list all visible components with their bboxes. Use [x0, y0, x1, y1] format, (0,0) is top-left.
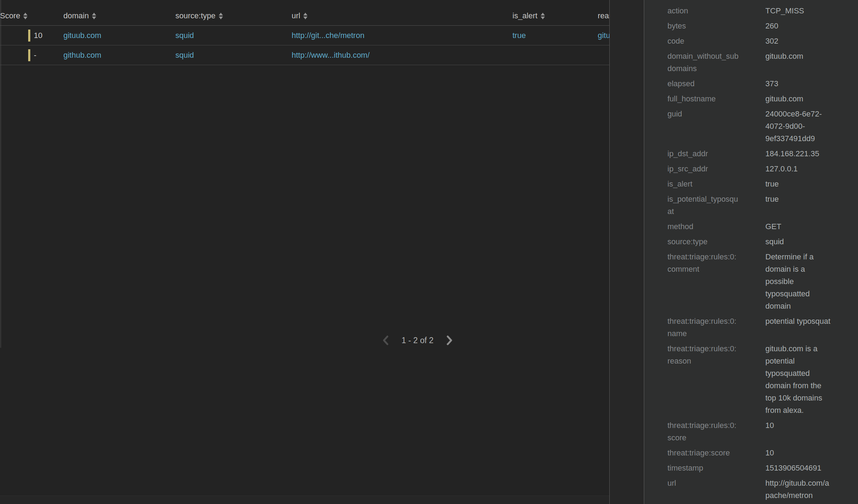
- detail-row: full_hostname gituub.com: [667, 93, 858, 105]
- detail-row: threat:triage:rules:0:comment Determine …: [667, 251, 858, 312]
- detail-key: url: [667, 477, 739, 502]
- detail-key: ip_src_addr: [667, 163, 739, 175]
- detail-key: source:type: [667, 235, 739, 248]
- column-header[interactable]: is_alert: [512, 11, 598, 20]
- sort-icon[interactable]: [541, 13, 545, 19]
- alerts-table: Score domain source:type: [0, 0, 609, 65]
- table-row[interactable]: 10 gituub.com squid http://git...che/met…: [0, 26, 609, 45]
- column-header[interactable]: domain: [63, 11, 175, 20]
- detail-row: ip_src_addr 127.0.0.1: [667, 163, 858, 175]
- detail-value: 184.168.221.35: [765, 147, 832, 160]
- score-value: 10: [34, 31, 42, 40]
- alert-details-fields: action TCP_MISS bytes 260 code 302 domai…: [644, 0, 858, 504]
- cell-domain[interactable]: github.com: [63, 51, 175, 60]
- detail-value: true: [765, 193, 832, 218]
- detail-row: is_potential_typosquat true: [667, 193, 858, 218]
- cell-source-type[interactable]: squid: [175, 31, 292, 40]
- sort-icon[interactable]: [92, 13, 96, 19]
- detail-row: bytes 260: [667, 20, 858, 32]
- detail-key: is_alert: [667, 178, 739, 190]
- detail-value: gituub.com is a potential typosquatted d…: [765, 342, 832, 416]
- detail-value: 373: [765, 77, 832, 90]
- detail-row: ip_dst_addr 184.168.221.35: [667, 147, 858, 160]
- severity-indicator: [28, 49, 30, 61]
- detail-key: ip_dst_addr: [667, 147, 739, 160]
- sort-icon[interactable]: [23, 13, 27, 19]
- detail-value: gituub.com: [765, 50, 832, 75]
- sort-icon[interactable]: [303, 13, 307, 19]
- detail-value: Determine if a domain is a possible typo…: [765, 251, 832, 312]
- detail-key: elapsed: [667, 77, 739, 90]
- detail-row: guid 24000ce8-6e72-4072-9d00-9ef337491dd…: [667, 108, 858, 145]
- detail-key: method: [667, 220, 739, 233]
- detail-key: threat:triage:rules:0:reason: [667, 342, 739, 416]
- next-page-button[interactable]: [445, 334, 454, 347]
- detail-value: gituub.com: [765, 93, 832, 105]
- detail-row: action TCP_MISS: [667, 5, 858, 17]
- detail-key: threat:triage:rules:0:score: [667, 419, 739, 444]
- column-header-label: url: [292, 11, 300, 20]
- detail-key: is_potential_typosquat: [667, 193, 739, 218]
- detail-key: timestamp: [667, 462, 739, 474]
- detail-value: 24000ce8-6e72-4072-9d00-9ef337491dd9: [765, 108, 832, 145]
- column-header-label: is_alert: [512, 11, 537, 20]
- cell-reason[interactable]: gituub.com is a potential typosquatted d…: [598, 31, 609, 40]
- column-header[interactable]: url: [292, 11, 512, 20]
- cell-url[interactable]: http://www...ithub.com/: [292, 51, 512, 60]
- pagination-label: 1 - 2 of 2: [402, 336, 434, 345]
- score-value: -: [34, 51, 36, 60]
- detail-value: squid: [765, 235, 832, 248]
- cell-source-type[interactable]: squid: [175, 51, 292, 60]
- column-header[interactable]: reason: [598, 11, 609, 20]
- detail-row: url http://gituub.com/apache/metron: [667, 477, 858, 502]
- detail-value: GET: [765, 220, 832, 233]
- previous-page-button[interactable]: [381, 334, 390, 347]
- cell-url[interactable]: http://git...che/metron: [292, 31, 512, 40]
- detail-key: bytes: [667, 20, 739, 32]
- footer-edge: [0, 496, 609, 504]
- column-header-label: source:type: [175, 11, 216, 20]
- detail-key: action: [667, 5, 739, 17]
- column-header-label: reason: [598, 11, 609, 20]
- chevron-right-icon: [445, 334, 454, 347]
- detail-row: domain_without_subdomains gituub.com: [667, 50, 858, 75]
- chevron-left-icon: [381, 334, 390, 347]
- detail-key: code: [667, 35, 739, 47]
- detail-key: guid: [667, 108, 739, 145]
- detail-value: http://gituub.com/apache/metron: [765, 477, 832, 502]
- detail-value: 302: [765, 35, 832, 47]
- detail-value: true: [765, 178, 832, 190]
- cell-domain[interactable]: gituub.com: [63, 31, 175, 40]
- detail-value: 127.0.0.1: [765, 163, 832, 175]
- detail-row: is_alert true: [667, 178, 858, 190]
- detail-row: threat:triage:score 10: [667, 447, 858, 459]
- column-header[interactable]: source:type: [175, 11, 292, 20]
- detail-key: full_hostname: [667, 93, 739, 105]
- detail-row: code 302: [667, 35, 858, 47]
- table-header-row: Score domain source:type: [0, 0, 609, 26]
- column-header-label: Score: [0, 11, 20, 20]
- alert-details-pane: action TCP_MISS bytes 260 code 302 domai…: [609, 0, 858, 504]
- column-header-label: domain: [63, 11, 89, 20]
- detail-row: elapsed 373: [667, 77, 858, 90]
- detail-value: 10: [765, 419, 832, 444]
- detail-key: threat:triage:rules:0:name: [667, 315, 739, 340]
- detail-row: threat:triage:rules:0:score 10: [667, 419, 858, 444]
- cell-score[interactable]: 10: [0, 30, 63, 42]
- cell-is-alert[interactable]: true: [512, 31, 598, 40]
- detail-row: source:type squid: [667, 235, 858, 248]
- sort-icon[interactable]: [219, 13, 223, 19]
- detail-row: timestamp 1513906504691: [667, 462, 858, 474]
- detail-row: threat:triage:rules:0:reason gituub.com …: [667, 342, 858, 416]
- detail-key: domain_without_subdomains: [667, 50, 739, 75]
- detail-key: threat:triage:rules:0:comment: [667, 251, 739, 312]
- detail-key: threat:triage:score: [667, 447, 739, 459]
- detail-value: potential typosquat: [765, 315, 832, 340]
- table-row[interactable]: - github.com squid http://www...ithub.co…: [0, 45, 609, 65]
- detail-row: method GET: [667, 220, 858, 233]
- detail-row: threat:triage:rules:0:name potential typ…: [667, 315, 858, 340]
- column-header[interactable]: Score: [0, 11, 63, 20]
- detail-value: 1513906504691: [765, 462, 832, 474]
- detail-value: 10: [765, 447, 832, 459]
- cell-score[interactable]: -: [0, 49, 63, 61]
